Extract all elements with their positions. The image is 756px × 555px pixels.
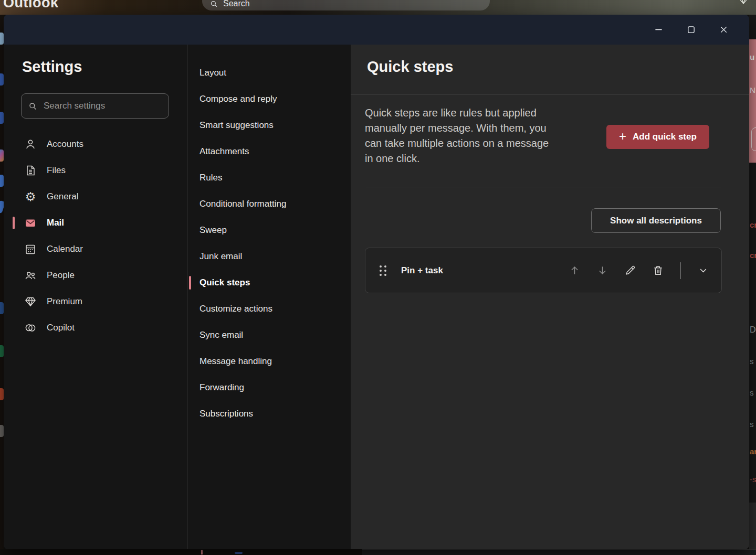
quick-step-row: Pin + task — [365, 248, 722, 293]
app-rail-icon — [0, 73, 4, 86]
mail-icon — [24, 216, 37, 230]
nav-item-junk-email[interactable]: Junk email — [188, 243, 351, 270]
nav-item-sync-email[interactable]: Sync email — [188, 322, 351, 348]
sidebar-item-label: Calendar — [47, 244, 83, 254]
background-content-right: u N cr cr De s s s ar -s — [749, 15, 756, 549]
maximize-button[interactable] — [675, 19, 707, 40]
app-rail-icon — [0, 200, 4, 214]
background-content-bottom — [0, 549, 756, 555]
people-icon — [24, 269, 37, 282]
sidebar-item-calendar[interactable]: Calendar — [4, 236, 187, 262]
divider — [366, 187, 721, 187]
background-block — [749, 503, 756, 549]
sidebar-item-people[interactable]: People — [4, 262, 187, 289]
nav-item-customize-actions[interactable]: Customize actions — [188, 296, 351, 322]
calendar-icon — [24, 242, 37, 256]
settings-sidebar: Settings Accounts — [4, 45, 188, 549]
trash-icon — [652, 264, 664, 276]
edit-button[interactable] — [624, 264, 637, 277]
powerpoint-rail-icon — [0, 388, 4, 400]
sidebar-item-label: Accounts — [47, 139, 83, 150]
diamond-icon — [24, 295, 37, 308]
delete-button[interactable] — [652, 264, 665, 277]
document-icon — [24, 164, 37, 177]
nav-item-rules[interactable]: Rules — [188, 165, 351, 191]
nav-item-attachments[interactable]: Attachments — [188, 138, 351, 165]
copilot-icon — [24, 321, 37, 335]
outlook-logo: Outlook — [3, 0, 59, 11]
sidebar-item-label: General — [47, 191, 78, 202]
settings-search-box[interactable] — [21, 93, 169, 119]
close-icon — [718, 24, 729, 35]
dialog-body: Settings Accounts — [4, 45, 749, 549]
nav-item-conditional-formatting[interactable]: Conditional formatting — [188, 191, 351, 217]
page-title: Quick steps — [367, 58, 453, 76]
divider — [351, 94, 749, 95]
sidebar-item-label: Premium — [47, 296, 82, 307]
background-button-edge — [751, 127, 756, 151]
quick-steps-panel: Quick steps Quick steps are like rules b… — [351, 45, 749, 549]
minimize-icon — [653, 24, 664, 35]
sidebar-item-accounts[interactable]: Accounts — [4, 131, 187, 157]
move-down-button[interactable] — [596, 264, 609, 277]
drag-handle-icon[interactable] — [380, 265, 386, 276]
chevron-down-icon — [697, 264, 709, 276]
sidebar-item-copilot[interactable]: Copilot — [4, 315, 187, 341]
nav-item-smart-suggestions[interactable]: Smart suggestions — [188, 112, 351, 138]
settings-title: Settings — [22, 58, 82, 76]
app-rail-icon — [0, 175, 4, 187]
nav-item-quick-steps[interactable]: Quick steps — [188, 270, 351, 296]
background-app-rail — [0, 15, 4, 555]
word-rail-icon — [0, 302, 4, 314]
copilot-rail-icon — [0, 150, 4, 162]
sidebar-item-files[interactable]: Files — [4, 157, 187, 184]
arrow-down-icon — [596, 264, 608, 276]
excel-rail-icon — [0, 345, 4, 357]
app-rail-icon — [0, 425, 4, 437]
quick-steps-description: Quick steps are like rules but applied m… — [365, 105, 549, 166]
gear-icon: ⚙ — [24, 190, 37, 204]
top-search-bar: Search — [202, 0, 490, 10]
sidebar-item-mail[interactable]: Mail — [4, 210, 187, 236]
quick-step-name: Pin + task — [401, 265, 443, 276]
sidebar-item-general[interactable]: ⚙ General — [4, 184, 187, 210]
sidebar-item-premium[interactable]: Premium — [4, 289, 187, 315]
show-all-descriptions-button[interactable]: Show all descriptions — [591, 208, 721, 233]
add-quick-step-label: Add quick step — [633, 132, 697, 142]
move-up-button[interactable] — [568, 264, 581, 277]
settings-dialog: Settings Accounts — [4, 15, 749, 549]
sidebar-item-label: Copilot — [47, 323, 75, 333]
arrow-up-icon — [569, 264, 581, 276]
plus-icon: + — [619, 130, 626, 143]
close-button[interactable] — [707, 19, 740, 40]
pencil-icon — [624, 264, 636, 276]
nav-item-compose-and-reply[interactable]: Compose and reply — [188, 86, 351, 112]
dialog-titlebar — [4, 15, 749, 45]
divider — [680, 262, 681, 279]
minimize-button[interactable] — [642, 19, 675, 40]
quick-step-actions — [568, 262, 710, 279]
nav-item-sweep[interactable]: Sweep — [188, 217, 351, 243]
expand-button[interactable] — [697, 264, 710, 277]
settings-search-input[interactable] — [44, 101, 162, 111]
window-controls — [642, 15, 740, 45]
sidebar-item-label: Files — [47, 165, 66, 176]
search-icon — [209, 0, 218, 8]
nav-item-layout[interactable]: Layout — [188, 60, 351, 86]
add-quick-step-button[interactable]: + Add quick step — [606, 125, 709, 149]
sidebar-item-label: Mail — [47, 218, 64, 228]
background-titlebar: Outlook Search — [0, 0, 756, 15]
search-icon — [28, 101, 38, 111]
top-search-placeholder: Search — [223, 0, 250, 8]
app-rail-icon — [0, 112, 4, 124]
sidebar-item-label: People — [47, 270, 75, 281]
nav-item-forwarding[interactable]: Forwarding — [188, 375, 351, 401]
mail-settings-nav: Layout Compose and reply Smart suggestio… — [188, 45, 351, 549]
person-icon — [24, 137, 37, 151]
settings-categories: Accounts Files ⚙ General — [4, 131, 187, 341]
maximize-icon — [686, 24, 697, 35]
premium-diamond-icon — [737, 0, 750, 6]
nav-item-subscriptions[interactable]: Subscriptions — [188, 401, 351, 427]
nav-item-message-handling[interactable]: Message handling — [188, 348, 351, 375]
app-rail-icon — [0, 33, 4, 45]
